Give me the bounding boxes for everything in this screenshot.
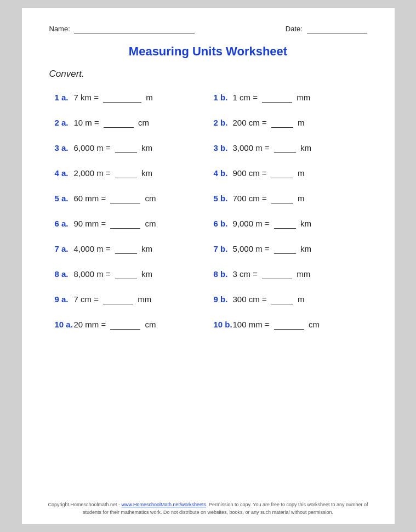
answer-blank[interactable] [115,168,137,178]
problem-row: 5 b. 700 cm = m [208,186,367,211]
problem-number: 4 a. [55,168,74,178]
footer-link[interactable]: www.HomeschoolMath.net/worksheets [121,502,206,507]
problem-text: 60 mm = cm [74,194,156,203]
problems-grid: 1 a. 7 km = m 1 b. 1 cm = mm 2 a. 10 m =… [49,85,367,337]
problem-row: 10 a. 20 mm = cm [49,312,208,337]
problem-text: 4,000 m = km [74,244,152,254]
problem-text: 5,000 m = km [233,244,311,254]
problem-number: 3 b. [214,143,233,152]
header: Name: Date: [49,25,367,33]
footer-text1: Copyright Homeschoolmath.net - [48,502,121,507]
problem-text: 1 cm = mm [233,93,311,103]
problem-number: 9 a. [55,295,74,304]
problem-row: 2 a. 10 m = cm [49,110,208,135]
problem-row: 8 a. 8,000 m = km [49,262,208,287]
answer-blank[interactable] [274,219,296,229]
problem-row: 3 b. 3,000 m = km [208,135,367,161]
date-underline [307,25,367,33]
answer-blank[interactable] [274,143,296,153]
problem-number: 2 b. [214,118,233,127]
worksheet-page: Name: Date: Measuring Units Worksheet Co… [22,8,395,524]
problem-row: 6 b. 9,000 m = km [208,211,367,236]
answer-blank[interactable] [110,320,140,330]
problem-row: 9 a. 7 cm = mm [49,287,208,312]
answer-blank[interactable] [115,244,137,254]
page-title: Measuring Units Worksheet [49,44,367,59]
problem-number: 10 b. [214,320,233,329]
problem-number: 7 a. [55,244,74,253]
answer-blank[interactable] [271,295,293,304]
problem-row: 10 b. 100 mm = cm [208,312,367,337]
problem-row: 9 b. 300 cm = m [208,287,367,312]
problem-number: 1 a. [55,93,74,102]
answer-blank[interactable] [115,269,137,279]
problem-row: 8 b. 3 cm = mm [208,262,367,287]
problem-text: 3 cm = mm [233,269,311,279]
answer-blank[interactable] [110,219,140,229]
problem-row: 5 a. 60 mm = cm [49,186,208,211]
problem-text: 8,000 m = km [74,269,152,279]
problem-text: 3,000 m = km [233,143,311,153]
problem-text: 2,000 m = km [74,168,152,178]
problem-number: 7 b. [214,244,233,253]
problem-row: 3 a. 6,000 m = km [49,135,208,161]
problem-row: 7 b. 5,000 m = km [208,236,367,262]
problem-number: 1 b. [214,93,233,102]
problem-number: 3 a. [55,143,74,152]
problem-number: 8 b. [214,269,233,279]
problem-text: 6,000 m = km [74,143,152,153]
problem-text: 20 mm = cm [74,320,156,330]
problem-number: 6 a. [55,219,74,228]
name-underline [74,25,195,33]
problem-number: 2 a. [55,118,74,127]
date-field: Date: [286,25,367,33]
answer-blank[interactable] [110,194,140,203]
name-label: Name: [49,25,70,33]
problem-row: 1 b. 1 cm = mm [208,85,367,110]
problem-text: 7 cm = mm [74,295,152,304]
answer-blank[interactable] [115,143,137,153]
answer-blank[interactable] [262,269,292,279]
problem-text: 100 mm = cm [233,320,320,330]
problem-row: 6 a. 90 mm = cm [49,211,208,236]
answer-blank[interactable] [274,320,304,330]
date-label: Date: [286,25,303,33]
problem-number: 4 b. [214,168,233,178]
answer-blank[interactable] [271,194,293,203]
answer-blank[interactable] [103,93,141,103]
problem-text: 300 cm = m [233,295,305,304]
problem-number: 9 b. [214,295,233,304]
problem-number: 8 a. [55,269,74,279]
answer-blank[interactable] [271,168,293,178]
problem-text: 700 cm = m [233,194,305,203]
problem-number: 5 a. [55,194,74,203]
problem-text: 9,000 m = km [233,219,311,229]
convert-label: Convert. [49,69,367,80]
problem-number: 6 b. [214,219,233,228]
problem-text: 900 cm = m [233,168,305,178]
problem-row: 4 b. 900 cm = m [208,161,367,186]
answer-blank[interactable] [271,118,293,128]
problem-text: 7 km = m [74,93,153,103]
answer-blank[interactable] [103,295,133,304]
problem-number: 10 a. [55,320,74,329]
problem-row: 4 a. 2,000 m = km [49,161,208,186]
problem-number: 5 b. [214,194,233,203]
problem-row: 2 b. 200 cm = m [208,110,367,135]
answer-blank[interactable] [262,93,292,103]
answer-blank[interactable] [104,118,134,128]
name-field: Name: [49,25,195,33]
problem-text: 90 mm = cm [74,219,156,229]
problem-row: 1 a. 7 km = m [49,85,208,110]
problem-text: 10 m = cm [74,118,150,128]
problem-text: 200 cm = m [233,118,305,128]
answer-blank[interactable] [274,244,296,254]
problem-row: 7 a. 4,000 m = km [49,236,208,262]
footer: Copyright Homeschoolmath.net - www.Homes… [22,501,395,516]
